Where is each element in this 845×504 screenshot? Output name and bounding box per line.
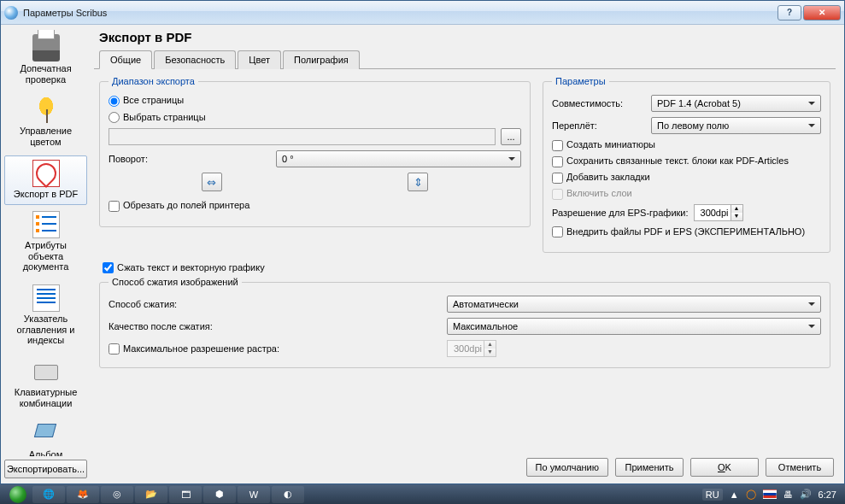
pdf-icon: [32, 160, 60, 187]
tab-color[interactable]: Цвет: [238, 50, 281, 69]
embed-pdf-checkbox[interactable]: Внедрить файлы PDF и EPS (ЭКСПЕРИМЕНТАЛЬ…: [552, 226, 805, 237]
tray-icon[interactable]: 🖶: [783, 489, 793, 500]
clock[interactable]: 6:27: [819, 489, 836, 500]
language-indicator[interactable]: RU: [702, 489, 723, 501]
main-panel: Экспорт в PDF Общие Безопасность Цвет По…: [91, 25, 844, 483]
group-legend: Параметры: [552, 76, 609, 86]
sidebar-item-toc[interactable]: Указатель оглавления и индексы: [4, 280, 87, 352]
defaults-button[interactable]: По умолчанию: [526, 458, 608, 477]
eps-res-spinner[interactable]: ▲▼: [694, 204, 743, 221]
compression-method-select[interactable]: Автоматически: [447, 296, 821, 313]
export-settings-button[interactable]: Экспортировать...: [4, 460, 87, 478]
keyboard-icon: [32, 358, 60, 385]
compat-select[interactable]: PDF 1.4 (Acrobat 5): [651, 95, 821, 112]
max-res-checkbox[interactable]: Максимальное разрешение растра:: [109, 343, 442, 355]
taskbar[interactable]: 🌐 🦊 ◎ 📂 🗔 ⬢ W ◐ RU ▲ ◯ 🖶 🔊 6:27: [0, 484, 845, 504]
app-icon: [4, 6, 18, 20]
help-button[interactable]: [778, 5, 801, 21]
pages-input[interactable]: [109, 128, 496, 145]
taskbar-app-6[interactable]: ⬢: [203, 486, 236, 503]
layers-checkbox: Включить слои: [552, 188, 632, 198]
compression-quality-label: Качество после сжатия:: [109, 321, 442, 331]
apply-button[interactable]: Применить: [615, 458, 684, 477]
group-legend: Способ сжатия изображений: [109, 277, 242, 287]
system-tray[interactable]: RU ▲ ◯ 🖶 🔊 6:27: [702, 489, 842, 501]
index-icon: [32, 284, 60, 312]
window-title: Параметры Scribus: [23, 8, 778, 18]
pages-picker-button[interactable]: ...: [501, 128, 521, 145]
windows-orb-icon: [9, 486, 26, 503]
sidebar-item-scrapbook[interactable]: Альбом: [4, 416, 87, 456]
mirror-horizontal-button[interactable]: ⇔: [202, 173, 222, 191]
taskbar-app-3[interactable]: ◎: [101, 486, 133, 503]
sidebar: Допечатная проверка Управление цветом Эк…: [1, 25, 91, 483]
tab-security[interactable]: Безопасность: [154, 50, 236, 69]
attributes-icon: [32, 211, 60, 238]
flag-icon[interactable]: [763, 489, 777, 499]
ok-button[interactable]: OOKK: [690, 458, 759, 477]
bookmarks-checkbox[interactable]: Добавить закладки: [552, 172, 650, 182]
close-button[interactable]: [803, 5, 841, 21]
compat-label: Совместимость:: [552, 98, 646, 108]
taskbar-app-8[interactable]: ◐: [272, 486, 304, 503]
cancel-button[interactable]: Отменить: [766, 458, 834, 477]
binding-select[interactable]: По левому полю: [651, 117, 821, 134]
sidebar-item-shortcuts[interactable]: Клавиатурные комбинации: [4, 354, 87, 414]
taskbar-app-1[interactable]: 🌐: [32, 486, 65, 503]
sidebar-item-preflight[interactable]: Допечатная проверка: [4, 30, 87, 91]
client-area: Допечатная проверка Управление цветом Эк…: [1, 25, 844, 483]
max-res-spinner: ▲▼: [447, 340, 496, 357]
group-export-range: Диапазон экспорта Все страницы Выбрать с…: [99, 76, 531, 227]
rotation-label: Поворот:: [109, 154, 271, 164]
tray-icon[interactable]: 🔊: [800, 489, 812, 500]
thumbnails-checkbox[interactable]: Создать миниатюры: [552, 139, 655, 149]
page-title: Экспорт в PDF: [94, 30, 836, 44]
rotation-select[interactable]: 0 °: [276, 150, 521, 167]
group-legend: Диапазон экспорта: [109, 76, 198, 86]
dialog-window: Параметры Scribus Допечатная проверка Уп…: [0, 0, 845, 484]
compress-text-checkbox[interactable]: Сжать текст и векторную графику: [103, 262, 265, 273]
taskbar-app-2[interactable]: 🦊: [67, 486, 99, 503]
tab-prepress[interactable]: Полиграфия: [283, 50, 360, 69]
articles-checkbox[interactable]: Сохранить связанные текст. блоки как PDF…: [552, 155, 789, 166]
mirror-vertical-button[interactable]: ⇕: [408, 173, 428, 191]
sidebar-item-pdf-export[interactable]: Экспорт в PDF: [4, 155, 87, 206]
radio-all-pages[interactable]: Все страницы: [109, 95, 184, 107]
umbrella-icon: [32, 97, 60, 124]
start-button[interactable]: [3, 484, 32, 504]
clip-to-margins-checkbox[interactable]: Обрезать до полей принтера: [109, 200, 249, 210]
taskbar-app-7[interactable]: W: [238, 486, 270, 503]
taskbar-app-4[interactable]: 📂: [135, 486, 167, 503]
tab-row: Общие Безопасность Цвет Полиграфия: [94, 50, 836, 69]
tray-icon[interactable]: ◯: [746, 489, 756, 500]
radio-select-pages[interactable]: Выбрать страницы: [109, 112, 206, 124]
group-parameters: Параметры Совместимость: PDF 1.4 (Acroba…: [543, 76, 830, 253]
taskbar-app-5[interactable]: 🗔: [169, 486, 202, 503]
printer-icon: [32, 34, 60, 62]
tray-icon[interactable]: ▲: [730, 489, 739, 500]
eps-res-label: Разрешение для EPS-графики:: [552, 208, 689, 218]
sidebar-item-color[interactable]: Управление цветом: [4, 92, 87, 153]
group-image-compression: Способ сжатия изображений Способ сжатия:…: [99, 277, 830, 368]
compression-method-label: Способ сжатия:: [109, 299, 442, 309]
titlebar[interactable]: Параметры Scribus: [1, 1, 844, 25]
compression-quality-select[interactable]: Максимальное: [447, 318, 821, 335]
sidebar-item-attributes[interactable]: Атрибуты объекта документа: [4, 207, 87, 278]
binding-label: Переплёт:: [552, 120, 646, 131]
tab-general[interactable]: Общие: [99, 50, 152, 69]
tab-body: Диапазон экспорта Все страницы Выбрать с…: [94, 69, 836, 478]
scrapbook-icon: [32, 420, 60, 448]
dialog-footer: По умолчанию Применить OOKK Отменить: [526, 458, 834, 477]
